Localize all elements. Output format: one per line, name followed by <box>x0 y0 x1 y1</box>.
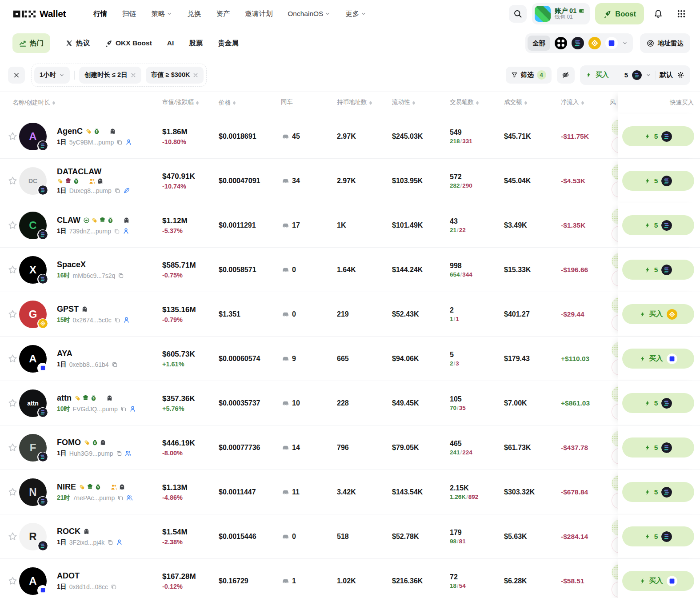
token-name[interactable]: DATACLAW <box>57 167 101 177</box>
copy-icon[interactable] <box>111 584 117 590</box>
copy-icon[interactable] <box>112 361 118 368</box>
header-volume[interactable]: 成交额 <box>502 98 559 107</box>
tab-okx-boost[interactable]: OKX Boost <box>105 39 152 47</box>
solana-chain-icon[interactable] <box>572 37 584 49</box>
table-row[interactable]: attn attn 10时 FVGdJQ...pump $357.36K +5.… <box>0 381 700 425</box>
bnb-chain-icon[interactable] <box>588 37 601 49</box>
social-link-icon[interactable] <box>123 317 130 323</box>
quick-buy-button[interactable]: 5 <box>622 171 694 191</box>
social-link-icon[interactable] <box>123 187 130 194</box>
tab-ai[interactable]: AI <box>167 39 174 47</box>
table-row[interactable]: X SpaceX 16时 mMb6c9...7s2q $585.71M -0.7… <box>0 247 700 292</box>
quick-buy-button[interactable]: 5 <box>622 260 694 280</box>
account-chip[interactable]: 账户 01 钱包 01 <box>532 3 590 24</box>
social-link-icon[interactable] <box>129 405 136 412</box>
favorite-star-icon[interactable] <box>8 576 17 586</box>
search-button[interactable] <box>509 5 527 23</box>
token-name[interactable]: AYA <box>57 349 72 358</box>
table-row[interactable]: G GPST 15时 0x2674...5c0c $135.16M -0.79%… <box>0 292 700 336</box>
filter-chip-created-age[interactable]: 创建时长 ≤ 2日 <box>79 67 141 84</box>
remove-chip-icon[interactable] <box>131 72 136 78</box>
quick-buy-button[interactable]: 5 <box>622 482 694 502</box>
favorite-star-icon[interactable] <box>8 487 17 497</box>
tab-stocks[interactable]: 股票 <box>189 39 203 48</box>
social-link-icon[interactable] <box>125 450 132 457</box>
table-row[interactable]: DC DATACLAW 1日 Duxeg8...pump $470.91K -1… <box>0 158 700 203</box>
token-avatar[interactable]: G <box>19 301 47 328</box>
token-avatar[interactable]: X <box>19 256 47 284</box>
header-price[interactable]: 价格 <box>216 99 279 107</box>
chain-filter-all[interactable]: 全部 <box>528 36 550 51</box>
time-range-dropdown[interactable]: 1小时 <box>34 67 70 84</box>
copy-icon[interactable] <box>114 317 120 323</box>
token-name[interactable]: GPST <box>57 305 79 314</box>
token-avatar[interactable]: A <box>19 567 47 595</box>
favorite-star-icon[interactable] <box>8 176 17 185</box>
copy-icon[interactable] <box>116 139 123 145</box>
copy-icon[interactable] <box>116 450 122 457</box>
base-chain-icon[interactable] <box>605 37 618 49</box>
token-avatar[interactable]: A <box>19 123 47 150</box>
nav-item-market[interactable]: 行情 <box>93 9 107 19</box>
token-avatar[interactable]: N <box>19 478 47 506</box>
token-avatar[interactable]: attn <box>19 389 47 417</box>
header-market-cap[interactable]: 市值/涨跌幅 <box>160 98 216 107</box>
social-link-icon[interactable] <box>125 139 132 145</box>
chevron-down-icon[interactable] <box>646 72 651 78</box>
quick-buy-button[interactable]: 5 <box>622 437 694 458</box>
header-net-inflow[interactable]: 净流入 <box>559 98 601 107</box>
filter-settings-button[interactable]: 筛选 4 <box>506 67 552 84</box>
tab-hot[interactable]: 热门 <box>12 33 50 53</box>
token-avatar[interactable]: F <box>19 434 47 462</box>
table-row[interactable]: A AgenC 1日 5yC9BM...pump $1.86M -10.80% … <box>0 114 700 158</box>
favorite-star-icon[interactable] <box>8 221 17 230</box>
favorite-star-icon[interactable] <box>8 443 17 452</box>
table-row[interactable]: A AYA 1日 0xebb8...61b4 $605.73K +1.61% $… <box>0 336 700 381</box>
copy-icon[interactable] <box>117 495 124 501</box>
token-name[interactable]: CLAW <box>57 216 80 225</box>
quick-buy-button[interactable]: 买入 <box>622 571 694 591</box>
filter-chip-market-cap[interactable]: 市值 ≥ $300K <box>146 67 204 84</box>
header-liquidity[interactable]: 流动性 <box>390 98 448 107</box>
token-avatar[interactable]: R <box>19 523 47 550</box>
copy-icon[interactable] <box>114 228 120 234</box>
hide-toggle-button[interactable] <box>557 67 575 84</box>
token-name[interactable]: FOMO <box>57 438 81 447</box>
token-name[interactable]: ROCK <box>57 527 80 536</box>
address-radar-button[interactable]: 地址雷达 <box>640 33 690 53</box>
apps-menu-button[interactable] <box>672 5 690 23</box>
social-link-icon[interactable] <box>123 228 129 234</box>
nav-item-onchainos[interactable]: OnchainOS <box>288 10 330 18</box>
copy-icon[interactable] <box>107 539 113 546</box>
nav-item-assets[interactable]: 资产 <box>216 9 230 19</box>
token-avatar[interactable]: A <box>19 345 47 373</box>
favorite-star-icon[interactable] <box>8 532 17 541</box>
token-name[interactable]: AgenC <box>57 127 83 136</box>
table-row[interactable]: R ROCK 1日 3F2ixd...pj4k $1.54M -2.38% $0… <box>0 514 700 558</box>
clear-filters-button[interactable] <box>8 67 25 84</box>
favorite-star-icon[interactable] <box>8 354 17 363</box>
copy-icon[interactable] <box>120 406 127 412</box>
favorite-star-icon[interactable] <box>8 309 17 319</box>
token-name[interactable]: attn <box>57 393 72 403</box>
favorite-star-icon[interactable] <box>8 132 17 141</box>
favorite-star-icon[interactable] <box>8 398 17 408</box>
favorite-star-icon[interactable] <box>8 265 17 274</box>
header-tx-count[interactable]: 交易笔数 <box>448 98 502 107</box>
nav-item-swap[interactable]: 兑换 <box>187 9 201 19</box>
social-link-icon[interactable] <box>116 539 123 546</box>
gear-icon[interactable] <box>677 71 684 79</box>
okb-chain-icon[interactable] <box>555 37 567 49</box>
boost-button[interactable]: Boost <box>595 3 644 24</box>
okx-wallet-logo[interactable]: Wallet <box>13 8 66 19</box>
table-row[interactable]: C CLAW 1日 739dnZ...pump $1.12M -5.37% $0… <box>0 203 700 247</box>
nav-item-more[interactable]: 更多 <box>345 9 366 19</box>
header-holders[interactable]: 持币地址数 <box>335 98 390 107</box>
nav-item-strategy[interactable]: 策略 <box>151 9 172 19</box>
token-avatar[interactable]: C <box>19 212 47 239</box>
quick-buy-button[interactable]: 买入 <box>622 304 694 324</box>
tab-precious-metals[interactable]: 贵金属 <box>218 39 239 48</box>
copy-icon[interactable] <box>118 273 124 279</box>
header-name[interactable]: 名称/创建时长 <box>0 99 160 107</box>
nav-item-scan[interactable]: 扫链 <box>122 9 136 19</box>
